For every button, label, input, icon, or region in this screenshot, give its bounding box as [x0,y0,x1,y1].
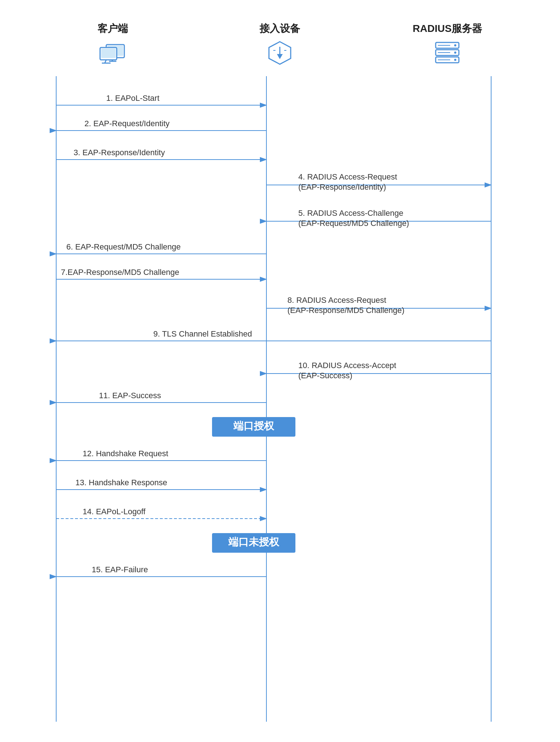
msg-2-label: 2. EAP-Request/Identity [84,119,170,128]
msg-4-label2: (EAP-Response/Identity) [298,182,386,191]
msg-3: 3. EAP-Response/Identity [56,148,266,160]
sequence-diagram: 客户端 接入设备 [0,0,560,742]
msg-15-label: 15. EAP-Failure [92,565,148,574]
msg-11-label: 11. EAP-Success [99,391,161,400]
msg-12: 12. Handshake Request [56,449,266,461]
msg-10-label2: (EAP-Success) [298,371,352,380]
auth-badge-text: 端口授权 [233,420,275,432]
svg-marker-10 [277,54,283,59]
msg-4-label: 4. RADIUS Access-Request [298,172,397,181]
msg-13: 13. Handshake Response [56,478,266,490]
client-label: 客户端 [98,22,128,36]
client-icon [98,40,127,65]
msg-13-label: 13. Handshake Response [75,478,167,487]
actor-radius: RADIUS服务器 [411,22,484,65]
radius-icon [433,40,462,65]
msg-8-label: 8. RADIUS Access-Request [287,296,386,305]
sequence-svg: 1. EAPoL-Start 2. EAP-Request/Identity 3… [26,76,534,722]
msg-7: 7.EAP-Response/MD5 Challenge [56,268,266,279]
svg-point-20 [454,59,456,61]
radius-label: RADIUS服务器 [412,22,482,36]
msg-4: 4. RADIUS Access-Request (EAP-Response/I… [266,172,491,191]
msg-7-label: 7.EAP-Response/MD5 Challenge [61,268,179,277]
msg-6: 6. EAP-Request/MD5 Challenge [56,242,266,254]
svg-point-17 [454,51,456,54]
msg-1: 1. EAPoL-Start [56,94,266,105]
msg-9-label: 9. TLS Channel Established [153,329,252,338]
svg-rect-5 [101,49,116,58]
msg-6-label: 6. EAP-Request/MD5 Challenge [66,242,181,251]
svg-point-14 [454,44,456,46]
unauth-badge-text: 端口未授权 [228,536,280,548]
msg-8: 8. RADIUS Access-Request (EAP-Response/M… [266,296,491,315]
msg-12-label: 12. Handshake Request [83,449,168,458]
msg-5-label2: (EAP-Request/MD5 Challenge) [298,219,409,228]
msg-9: 9. TLS Channel Established [56,329,491,341]
actor-client: 客户端 [76,22,149,65]
msg-14-label: 14. EAPoL-Logoff [83,507,146,516]
device-icon [265,40,294,65]
actor-device: 接入设备 [244,22,316,65]
msg-5: 5. RADIUS Access-Challenge (EAP-Request/… [266,209,491,228]
msg-3-label: 3. EAP-Response/Identity [74,148,165,157]
msg-10: 10. RADIUS Access-Accept (EAP-Success) [266,361,491,380]
msg-5-label: 5. RADIUS Access-Challenge [298,209,403,218]
msg-14: 14. EAPoL-Logoff [56,507,266,519]
msg-11: 11. EAP-Success [56,391,266,403]
msg-2: 2. EAP-Request/Identity [56,119,266,131]
msg-1-label: 1. EAPoL-Start [106,94,159,103]
actor-header-row: 客户端 接入设备 [0,15,560,73]
msg-15: 15. EAP-Failure [56,565,266,577]
msg-8-label2: (EAP-Response/MD5 Challenge) [287,306,405,315]
msg-10-label: 10. RADIUS Access-Accept [298,361,396,370]
device-label: 接入设备 [260,22,300,36]
